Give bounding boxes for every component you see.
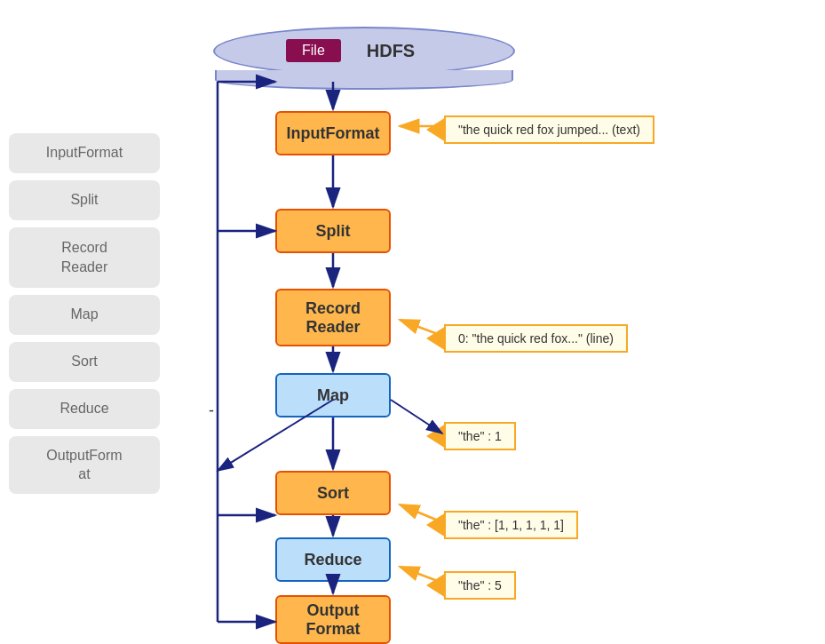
annotation-2: 0: "the quick red fox..." (line) <box>444 324 628 353</box>
sidebar-item-recordreader[interactable]: RecordReader <box>9 227 160 289</box>
annotation-1: "the quick red fox jumped... (text) <box>444 115 654 144</box>
outputformat-box: OutputFormat <box>275 595 391 644</box>
sort-box: Sort <box>275 471 391 515</box>
sidebar-item-sort[interactable]: Sort <box>9 342 160 382</box>
file-badge: File <box>286 39 341 62</box>
inputformat-box: InputFormat <box>275 111 391 155</box>
recordreader-box: RecordReader <box>275 289 391 346</box>
hdfs-label: HDFS <box>367 41 415 61</box>
hdfs-disk-container: File HDFS <box>195 27 533 76</box>
diagram: File HDFS InputFormat Split RecordReader… <box>169 18 825 644</box>
map-box: Map <box>275 373 391 417</box>
hdfs-disk: File HDFS <box>213 27 515 76</box>
reduce-box: Reduce <box>275 537 391 582</box>
sidebar-item-split[interactable]: Split <box>9 180 160 220</box>
sidebar-item-map[interactable]: Map <box>9 295 160 335</box>
annotation-3: "the" : 1 <box>444 422 516 450</box>
sidebar-item-inputformat[interactable]: InputFormat <box>9 133 160 173</box>
split-box: Split <box>275 209 391 253</box>
annotation-4: "the" : [1, 1, 1, 1, 1] <box>444 511 578 539</box>
svg-text:-: - <box>209 402 214 419</box>
annotation-5: "the" : 5 <box>444 571 516 600</box>
sidebar: InputFormat Split RecordReader Map Sort … <box>0 124 169 503</box>
sidebar-item-outputformat[interactable]: OutputFormat <box>9 436 160 495</box>
sidebar-item-reduce[interactable]: Reduce <box>9 389 160 429</box>
